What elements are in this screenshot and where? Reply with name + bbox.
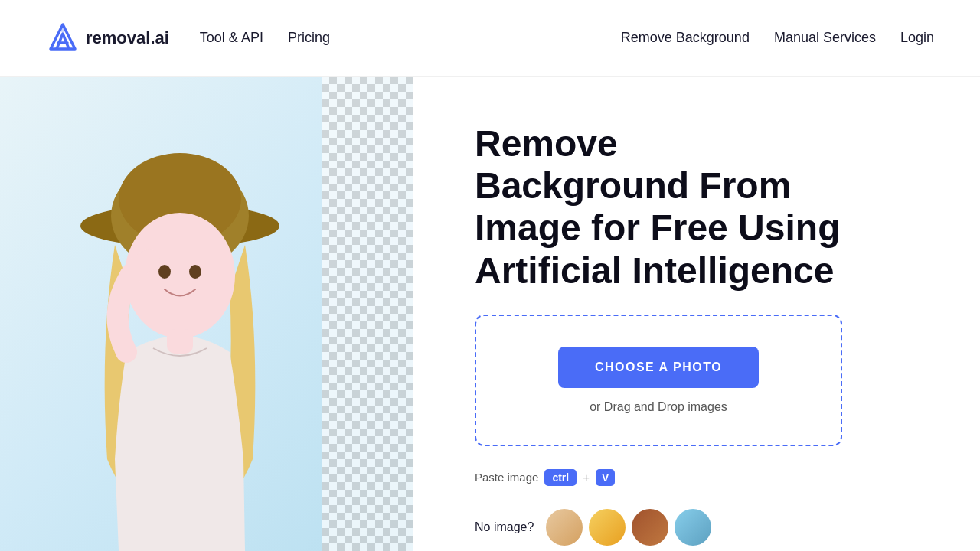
svg-point-5 bbox=[158, 265, 171, 279]
svg-rect-7 bbox=[167, 329, 193, 354]
paste-area: Paste image ctrl + V bbox=[475, 469, 842, 486]
logo-text: removal.ai bbox=[86, 28, 169, 48]
hero-title: Remove Background From Image for Free Us… bbox=[475, 122, 842, 292]
hero-content: Remove Background From Image for Free Us… bbox=[413, 77, 980, 551]
ctrl-key-badge: ctrl bbox=[544, 469, 577, 486]
svg-point-0 bbox=[60, 26, 66, 32]
plus-sign: + bbox=[583, 471, 590, 484]
header-nav-right: Remove Background Manual Services Login bbox=[621, 30, 934, 46]
logo[interactable]: removal.ai bbox=[46, 21, 169, 55]
choose-photo-button[interactable]: CHOOSE A PHOTO bbox=[558, 347, 759, 388]
nav-pricing[interactable]: Pricing bbox=[288, 30, 330, 46]
svg-point-6 bbox=[189, 265, 201, 279]
nav-tool-api[interactable]: Tool & API bbox=[200, 30, 263, 46]
nav-remove-background[interactable]: Remove Background bbox=[621, 30, 750, 46]
woman-figure bbox=[0, 77, 368, 551]
sample-image-1[interactable] bbox=[546, 509, 583, 546]
drag-drop-label: or Drag and Drop images bbox=[590, 400, 727, 414]
sample-image-3[interactable] bbox=[632, 509, 668, 546]
main-content: Remove Background From Image for Free Us… bbox=[0, 77, 980, 551]
nav-manual-services[interactable]: Manual Services bbox=[774, 30, 876, 46]
hero-image-container bbox=[0, 77, 413, 551]
header-left: removal.ai Tool & API Pricing bbox=[46, 21, 330, 55]
no-image-row: No image? bbox=[475, 509, 842, 546]
upload-dropzone[interactable]: CHOOSE A PHOTO or Drag and Drop images bbox=[475, 315, 842, 446]
v-key-badge: V bbox=[596, 469, 615, 486]
header-nav-left: Tool & API Pricing bbox=[200, 30, 330, 46]
sample-images bbox=[546, 509, 711, 546]
paste-label: Paste image bbox=[475, 471, 538, 484]
sample-image-2[interactable] bbox=[589, 509, 626, 546]
no-image-label: No image? bbox=[475, 520, 534, 534]
header: removal.ai Tool & API Pricing Remove Bac… bbox=[0, 0, 980, 77]
sample-image-4[interactable] bbox=[675, 509, 711, 546]
logo-icon bbox=[46, 21, 80, 55]
nav-login[interactable]: Login bbox=[900, 30, 934, 46]
